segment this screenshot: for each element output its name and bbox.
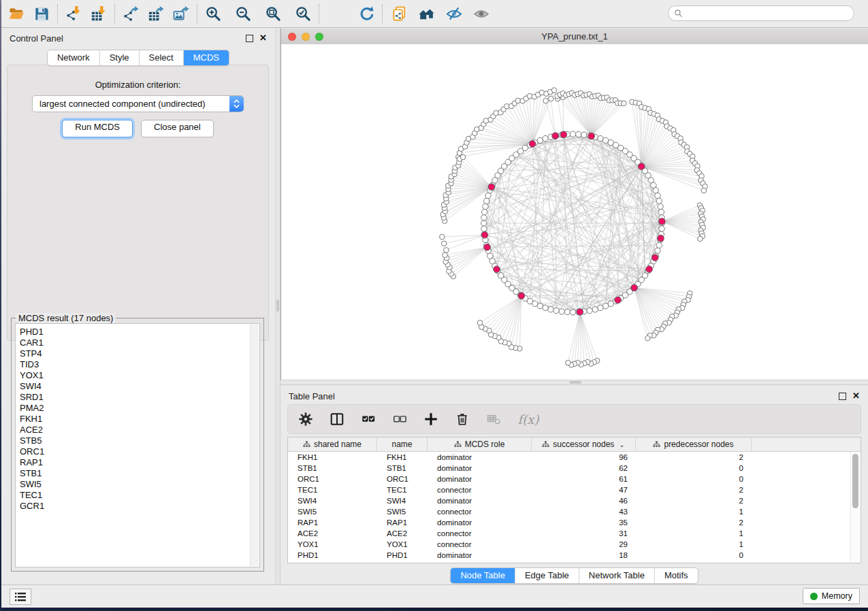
mcds-result-item[interactable]: GCR1 xyxy=(20,501,251,512)
show-all-icon[interactable] xyxy=(472,5,491,23)
status-bar: Memory xyxy=(1,584,868,608)
table-cell: SWI5 xyxy=(377,508,428,516)
mcds-result-item[interactable]: PMA2 xyxy=(20,403,251,414)
export-image-icon[interactable] xyxy=(172,5,191,23)
settings-icon[interactable] xyxy=(298,411,314,427)
refresh-icon[interactable] xyxy=(357,5,376,23)
scrollbar-thumb[interactable] xyxy=(852,454,858,508)
table-row[interactable]: SWI4SWI4dominator462 xyxy=(288,495,861,506)
mcds-result-item[interactable]: YOX1 xyxy=(20,370,251,381)
node-table[interactable]: shared namenameMCDS rolesuccessor nodes⌄… xyxy=(287,437,861,563)
column-header-name[interactable]: name xyxy=(377,437,428,451)
split-view-icon[interactable] xyxy=(329,411,345,427)
table-row[interactable]: STB1STB1dominator620 xyxy=(288,463,861,474)
table-row[interactable]: FKH1FKH1dominator962 xyxy=(288,452,861,463)
zoom-in-icon[interactable] xyxy=(204,5,223,23)
table-cell: 35 xyxy=(532,518,636,527)
tab-network[interactable]: Network xyxy=(48,50,100,65)
select-all-icon[interactable] xyxy=(360,411,376,427)
search-input[interactable] xyxy=(686,8,848,19)
zoom-fit-icon[interactable] xyxy=(264,5,283,23)
mcds-result-item[interactable]: TID3 xyxy=(20,359,251,370)
table-cell: 62 xyxy=(532,464,636,472)
import-network-icon[interactable] xyxy=(65,5,83,23)
hide-selected-icon[interactable] xyxy=(445,5,464,23)
home-icon[interactable] xyxy=(418,5,436,23)
clone-network-icon[interactable] xyxy=(391,5,409,23)
table-row[interactable]: ACE2ACE2connector311 xyxy=(288,528,861,539)
close-panel-button[interactable]: Close panel xyxy=(141,120,214,137)
vertical-splitter[interactable] xyxy=(275,28,280,585)
zoom-selected-icon[interactable] xyxy=(294,5,312,23)
tab-node-table[interactable]: Node Table xyxy=(451,568,515,583)
table-row[interactable]: SWI5SWI5connector431 xyxy=(288,506,861,517)
mcds-list-scrollbar[interactable] xyxy=(250,325,259,566)
splitter-handle[interactable] xyxy=(276,299,279,312)
mcds-result-item[interactable]: ORC1 xyxy=(20,446,251,457)
tab-style[interactable]: Style xyxy=(100,50,140,65)
mcds-result-item[interactable]: STB5 xyxy=(20,435,251,446)
mcds-result-item[interactable]: FKH1 xyxy=(20,414,251,425)
network-view[interactable] xyxy=(281,44,868,380)
table-cell: ACE2 xyxy=(377,529,428,538)
mcds-result-item[interactable]: RAP1 xyxy=(20,457,251,468)
tab-network-table[interactable]: Network Table xyxy=(579,568,655,583)
export-table-icon[interactable] xyxy=(147,5,165,23)
network-window: YPA_prune.txt_1 xyxy=(280,29,868,380)
mcds-result-item[interactable]: CAR1 xyxy=(20,337,251,348)
table-row[interactable]: PHD1PHD1dominator180 xyxy=(288,550,861,561)
mcds-result-item[interactable]: STP4 xyxy=(20,348,251,359)
mcds-result-item[interactable]: PHD1 xyxy=(20,327,251,337)
save-session-icon[interactable] xyxy=(33,5,51,23)
tab-edge-table[interactable]: Edge Table xyxy=(515,568,579,583)
horizontal-splitter[interactable] xyxy=(280,380,868,385)
table-toolbar: f(x) xyxy=(287,404,861,434)
open-file-icon[interactable] xyxy=(7,5,26,23)
mcds-result-item[interactable]: SWI4 xyxy=(20,381,251,392)
deselect-all-icon[interactable] xyxy=(391,411,408,427)
column-header-mcds-role[interactable]: MCDS role xyxy=(428,437,532,451)
mcds-result-item[interactable]: STB1 xyxy=(20,468,251,479)
export-network-icon[interactable] xyxy=(122,5,140,23)
toolbar-separator xyxy=(319,4,320,23)
column-header-predecessor-nodes[interactable]: predecessor nodes xyxy=(636,437,752,451)
table-cell: RAP1 xyxy=(288,518,377,527)
network-graph[interactable] xyxy=(281,44,868,380)
memory-button[interactable]: Memory xyxy=(803,588,860,604)
mcds-result-item[interactable]: SWI5 xyxy=(20,479,251,490)
optimization-select[interactable]: largest connected component (undirected) xyxy=(32,95,244,112)
table-cell: YOX1 xyxy=(288,540,377,548)
close-panel-icon[interactable]: ✕ xyxy=(852,393,860,399)
column-header-successor-nodes[interactable]: successor nodes⌄ xyxy=(532,437,636,451)
search-box[interactable] xyxy=(668,5,854,21)
column-header-shared-name[interactable]: shared name xyxy=(288,437,377,451)
task-history-button[interactable] xyxy=(10,589,31,605)
run-mcds-button[interactable]: Run MCDS xyxy=(62,120,133,137)
tab-select[interactable]: Select xyxy=(140,50,184,65)
table-row[interactable]: ORC1ORC1dominator610 xyxy=(288,474,861,484)
table-cell: 1 xyxy=(636,508,752,516)
network-window-titlebar[interactable]: YPA_prune.txt_1 xyxy=(281,29,868,45)
import-table-icon[interactable] xyxy=(90,5,108,23)
mcds-result-list[interactable]: PHD1CAR1STP4TID3YOX1SWI4SRD1PMA2FKH1ACE2… xyxy=(16,325,251,566)
zoom-out-icon[interactable] xyxy=(234,5,253,23)
table-cell: TEC1 xyxy=(288,486,377,494)
table-row[interactable]: RAP1RAP1dominator352 xyxy=(288,517,861,528)
mcds-result-item[interactable]: ACE2 xyxy=(20,425,251,435)
table-scrollbar[interactable] xyxy=(850,452,860,562)
add-row-icon[interactable] xyxy=(423,411,439,427)
close-panel-icon[interactable]: ✕ xyxy=(259,35,267,42)
attribute-type-icon xyxy=(653,441,660,448)
table-row[interactable]: YOX1YOX1connector291 xyxy=(288,539,861,550)
table-row[interactable]: TEC1TEC1connector472 xyxy=(288,484,861,495)
float-panel-icon[interactable] xyxy=(246,35,253,42)
tab-mcds[interactable]: MCDS xyxy=(184,50,229,65)
splitter-handle[interactable] xyxy=(569,381,581,384)
tab-motifs[interactable]: Motifs xyxy=(655,568,698,583)
mcds-result-item[interactable]: SRD1 xyxy=(20,392,251,403)
delete-row-icon[interactable] xyxy=(454,411,470,427)
control-panel: Control Panel ✕ NetworkStyleSelectMCDS O… xyxy=(1,28,275,585)
float-panel-icon[interactable] xyxy=(839,393,846,400)
table-cell: connector xyxy=(428,486,532,494)
mcds-result-item[interactable]: TEC1 xyxy=(20,490,251,501)
